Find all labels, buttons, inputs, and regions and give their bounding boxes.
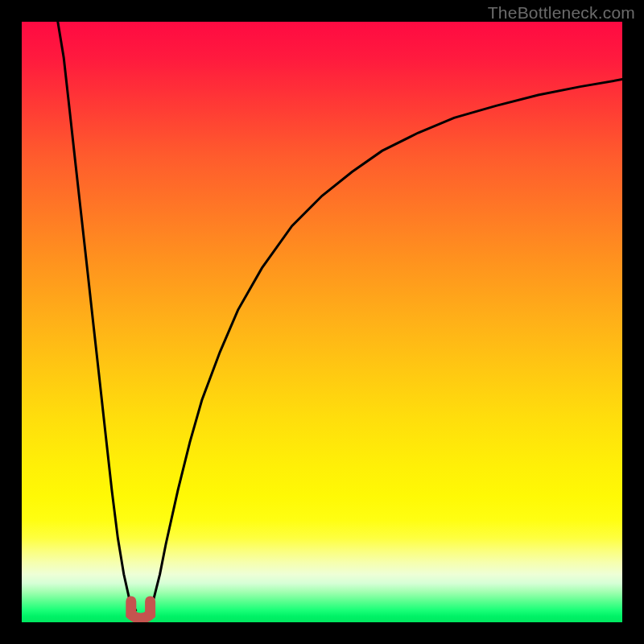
plot-area <box>22 22 622 622</box>
bottleneck-curve-left <box>58 22 136 610</box>
watermark-text: TheBottleneck.com <box>488 3 635 23</box>
outer-frame: TheBottleneck.com <box>0 0 644 644</box>
bottleneck-curve-right <box>148 80 622 611</box>
valley-marker-icon <box>131 601 151 618</box>
curve-layer <box>22 22 622 622</box>
